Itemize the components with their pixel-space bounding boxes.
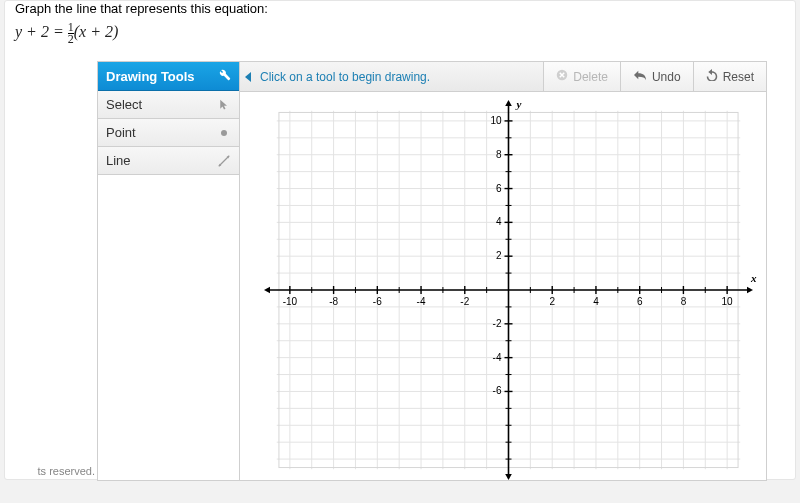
- line-arrows-icon: [217, 154, 231, 168]
- svg-marker-48: [264, 287, 270, 294]
- tool-panel-header: Drawing Tools: [98, 62, 239, 91]
- svg-text:8: 8: [496, 149, 502, 160]
- svg-text:4: 4: [593, 296, 599, 307]
- graph-canvas[interactable]: -10-8-6-4-2246810-6-4-2246810xy: [240, 92, 766, 480]
- toolbar-hint: Click on a tool to begin drawing.: [258, 62, 543, 91]
- delete-label: Delete: [573, 70, 608, 84]
- svg-text:10: 10: [490, 115, 502, 126]
- svg-marker-47: [747, 287, 753, 294]
- tool-select-label: Select: [106, 97, 142, 112]
- svg-marker-49: [505, 100, 512, 106]
- canvas-panel: Click on a tool to begin drawing. Delete…: [239, 61, 767, 481]
- svg-text:6: 6: [496, 183, 502, 194]
- tool-panel-filler: [98, 175, 239, 480]
- undo-icon: [633, 69, 647, 84]
- equation-right: (x + 2): [74, 23, 119, 40]
- svg-text:10: 10: [722, 296, 734, 307]
- wrench-icon[interactable]: [218, 68, 231, 84]
- delete-icon: [556, 69, 568, 84]
- svg-text:y: y: [515, 98, 522, 110]
- svg-text:6: 6: [637, 296, 643, 307]
- tool-select[interactable]: Select: [98, 91, 239, 119]
- tool-line[interactable]: Line: [98, 147, 239, 175]
- undo-button[interactable]: Undo: [620, 62, 693, 91]
- svg-point-0: [221, 130, 227, 136]
- svg-text:-4: -4: [493, 352, 502, 363]
- question-equation: y + 2 = 1 2 (x + 2): [15, 16, 785, 55]
- delete-button[interactable]: Delete: [543, 62, 620, 91]
- svg-text:x: x: [750, 272, 757, 284]
- workspace: Drawing Tools Select Point Line: [97, 61, 767, 481]
- dot-icon: [217, 126, 231, 140]
- equation-left: y + 2 =: [15, 23, 64, 40]
- tool-line-label: Line: [106, 153, 131, 168]
- question-container: Graph the line that represents this equa…: [5, 1, 795, 61]
- collapse-sidebar-button[interactable]: [240, 62, 258, 91]
- undo-label: Undo: [652, 70, 681, 84]
- coordinate-grid: -10-8-6-4-2246810-6-4-2246810xy: [240, 92, 766, 480]
- svg-marker-50: [505, 474, 512, 480]
- svg-text:2: 2: [549, 296, 555, 307]
- svg-text:-4: -4: [417, 296, 426, 307]
- svg-text:4: 4: [496, 216, 502, 227]
- svg-text:-6: -6: [373, 296, 382, 307]
- svg-text:-2: -2: [493, 318, 502, 329]
- footer-reserved-text: ts reserved.: [0, 465, 95, 477]
- svg-text:8: 8: [681, 296, 687, 307]
- canvas-toolbar: Click on a tool to begin drawing. Delete…: [240, 62, 766, 92]
- tool-point[interactable]: Point: [98, 119, 239, 147]
- svg-text:-10: -10: [283, 296, 298, 307]
- reset-button[interactable]: Reset: [693, 62, 766, 91]
- tool-panel-title: Drawing Tools: [106, 69, 195, 84]
- svg-text:-6: -6: [493, 385, 502, 396]
- question-prompt: Graph the line that represents this equa…: [15, 1, 785, 16]
- reset-icon: [706, 69, 718, 84]
- cursor-icon: [217, 98, 231, 112]
- svg-text:-8: -8: [329, 296, 338, 307]
- svg-text:-2: -2: [460, 296, 469, 307]
- reset-label: Reset: [723, 70, 754, 84]
- tool-panel: Drawing Tools Select Point Line: [97, 61, 239, 481]
- svg-text:2: 2: [496, 250, 502, 261]
- tool-point-label: Point: [106, 125, 136, 140]
